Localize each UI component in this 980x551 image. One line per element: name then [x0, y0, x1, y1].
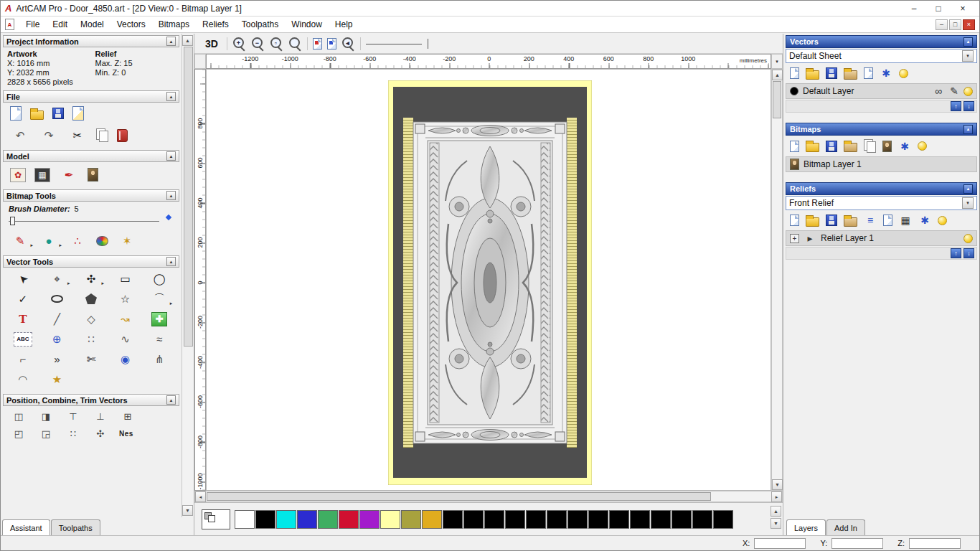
vector-layer-row[interactable]: Default Layer ∞ ✎ [786, 83, 977, 99]
colour-palette-icon[interactable] [96, 236, 108, 246]
align-corner-2-icon[interactable]: ◲ [37, 426, 55, 441]
menu-item[interactable]: Reliefs [197, 18, 235, 31]
save-vector-layer-icon[interactable] [826, 67, 837, 79]
tab-layers[interactable]: Layers [786, 519, 826, 535]
snap-grid-toggle-icon[interactable] [313, 38, 322, 50]
import-relief-icon[interactable] [844, 217, 857, 227]
collapse-button[interactable]: ▲ [166, 395, 176, 405]
save-model-icon[interactable] [52, 108, 64, 119]
relief-layer-row[interactable]: + ▸ Relief Layer 1 [786, 230, 977, 246]
tab-toolpaths[interactable]: Toolpaths [51, 519, 100, 535]
save-bitmap-layer-icon[interactable] [826, 141, 837, 152]
smoothing-slider[interactable] [366, 37, 434, 51]
arc-bridge-icon[interactable]: ◠ [13, 370, 33, 388]
bitmap-layer-row[interactable]: Bitmap Layer 1 [786, 156, 977, 172]
palette-swatch[interactable] [609, 510, 629, 529]
create-rectangle-icon[interactable]: ▭ [116, 270, 136, 288]
palette-swatch[interactable] [422, 510, 442, 529]
open-relief-layer-icon[interactable] [806, 217, 819, 227]
spaced-copies-icon[interactable]: ∷ [65, 426, 82, 441]
palette-swatch[interactable] [380, 510, 400, 529]
paint-blob-icon[interactable]: ●▸ [39, 232, 59, 250]
paint-pencil-icon[interactable]: ✎▸ [10, 232, 30, 250]
nesting-label[interactable]: Nes [119, 430, 133, 438]
move-vectors-icon[interactable]: ✣▸ [81, 270, 101, 288]
copy-paste-icon[interactable] [96, 128, 108, 142]
palette-swatch[interactable] [692, 510, 712, 529]
snap-bitmap-icon[interactable]: ✱ [898, 140, 911, 153]
palette-swatch[interactable] [484, 510, 504, 529]
chevron-down-icon[interactable]: ▾ [962, 50, 974, 62]
scroll-up-icon[interactable]: ▲ [772, 70, 783, 80]
toggle-all-visibility-icon[interactable] [918, 141, 927, 151]
toggle-all-visibility-icon[interactable] [899, 69, 908, 78]
scroll-right-icon[interactable]: ▸ [771, 491, 782, 502]
minimize-button[interactable]: – [902, 1, 926, 16]
create-star-icon[interactable]: ☆ [116, 290, 136, 308]
scroll-down-icon[interactable]: ▼ [772, 479, 783, 490]
palette-swatch[interactable] [713, 510, 733, 529]
align-bottom-icon[interactable]: ⊥ [92, 409, 109, 423]
texture-relief-icon[interactable]: ✒ [59, 166, 79, 184]
palette-swatch[interactable] [526, 510, 546, 529]
open-vector-layer-icon[interactable] [806, 70, 819, 80]
greyscale-from-model-icon[interactable]: ✿ [10, 168, 26, 182]
menu-item[interactable]: File [20, 18, 45, 31]
distort-vectors-icon[interactable]: ↝ [116, 310, 136, 328]
canvas-horizontal-scrollbar[interactable]: ◂ ▸ [194, 491, 783, 502]
palette-swatch[interactable] [651, 510, 671, 529]
import-image-icon[interactable] [72, 106, 84, 121]
zoom-out-icon[interactable]: − [251, 37, 265, 50]
collapse-button[interactable]: ▲ [166, 37, 176, 46]
palette-scrollbar[interactable]: ▲ ▼ [771, 506, 781, 529]
node-editing-icon[interactable]: ∿ [116, 330, 136, 348]
palette-swatch[interactable] [235, 510, 255, 529]
scatter-copies-icon[interactable]: ✣ [92, 426, 109, 441]
layer-colour-icon[interactable] [790, 87, 798, 95]
palette-swatch[interactable] [463, 510, 484, 529]
zoom-in-icon[interactable]: + [232, 37, 246, 50]
scrollbar-thumb[interactable] [773, 81, 781, 118]
palette-swatch[interactable] [630, 510, 650, 529]
collapse-button[interactable]: ▲ [166, 191, 176, 200]
palette-swatch[interactable] [297, 510, 317, 529]
edit-layer-icon[interactable]: ✎ [948, 85, 961, 98]
new-model-icon[interactable] [10, 106, 22, 121]
tab-add-in[interactable]: Add In [826, 519, 865, 535]
brush-diameter-slider[interactable] [9, 215, 171, 227]
palette-swatch[interactable] [359, 510, 380, 529]
scroll-up-icon[interactable]: ▲ [771, 506, 781, 517]
align-left-icon[interactable]: ◫ [10, 409, 27, 423]
snap-relief-icon[interactable]: ✱ [918, 214, 931, 227]
collapse-button[interactable]: ▲ [166, 257, 176, 266]
scroll-down-icon[interactable]: ▼ [771, 518, 781, 529]
scrollbar-thumb[interactable] [184, 47, 193, 347]
snap-guides-toggle-icon[interactable] [327, 38, 336, 50]
menu-item[interactable]: Toolpaths [236, 18, 284, 31]
assistant-scrollbar[interactable]: ▲ ▼ [182, 34, 194, 517]
select-vectors-icon[interactable]: ➤ [13, 270, 33, 288]
menu-item[interactable]: Window [286, 18, 328, 31]
combine-mode-icon[interactable]: + [790, 234, 799, 243]
cut-icon[interactable]: ✂ [67, 126, 88, 144]
redo-icon[interactable]: ↷ [39, 126, 59, 144]
new-relief-layer-icon[interactable] [790, 215, 799, 226]
previous-view-icon[interactable]: ◂ [341, 37, 355, 50]
palette-swatch[interactable] [443, 510, 463, 529]
palette-swatch[interactable] [318, 510, 338, 529]
join-vectors-icon[interactable]: » [47, 350, 67, 368]
wrap-sphere-icon[interactable]: ⊕ [47, 330, 67, 348]
text-on-curve-icon[interactable]: ABC [14, 332, 32, 347]
scroll-down-icon[interactable]: ▼ [182, 505, 193, 516]
notes-icon[interactable] [117, 129, 128, 142]
create-ellipse-icon[interactable] [47, 290, 67, 308]
move-layer-down-icon[interactable]: ↓ [963, 101, 974, 111]
merge-layers-icon[interactable] [864, 67, 873, 79]
menu-item[interactable]: Edit [47, 18, 73, 31]
undo-icon[interactable]: ↶ [10, 126, 30, 144]
create-polygon-icon[interactable] [81, 290, 101, 308]
bitmap-preview-icon[interactable] [882, 141, 892, 152]
palette-swatch[interactable] [672, 510, 692, 529]
duplicate-relief-icon[interactable] [883, 215, 892, 226]
align-right-icon[interactable]: ◨ [37, 409, 55, 423]
